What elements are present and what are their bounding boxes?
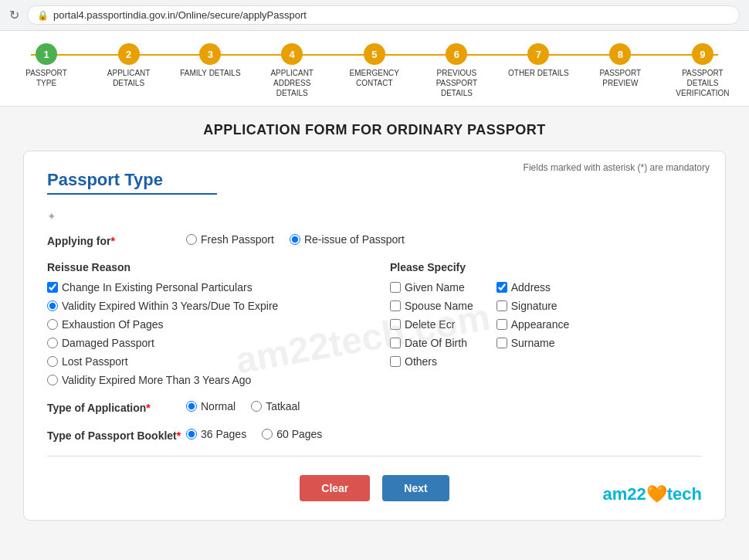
reissue-passport-radio[interactable] xyxy=(290,234,300,245)
step-6: 6 PREVIOUS PASSPORT DETAILS xyxy=(425,43,487,98)
reason-damaged[interactable]: Damaged Passport xyxy=(47,337,359,349)
step-circle-8: 8 xyxy=(609,43,631,65)
step-circle-9: 9 xyxy=(692,43,713,65)
applying-for-label: Applying for* xyxy=(47,233,186,247)
form-card: Fields marked with asterisk (*) are mand… xyxy=(23,151,726,521)
specify-others-cb[interactable] xyxy=(390,356,401,367)
60pages-radio[interactable] xyxy=(262,429,273,440)
reason-validity-3[interactable]: Validity Expired Within 3 Years/Due To E… xyxy=(47,300,359,312)
specify-delete-ecr[interactable]: Delete Ecr xyxy=(390,318,473,331)
specify-address-cb[interactable] xyxy=(497,282,507,293)
specify-surname-cb[interactable] xyxy=(497,338,507,348)
step-5: 5 EMERGENCY CONTACT xyxy=(344,43,405,88)
passport-booklet-row: Type of Passport Booklet* 36 Pages 60 Pa… xyxy=(47,428,702,442)
reason-exhaustion-radio[interactable] xyxy=(47,319,58,330)
step-label-2: APPLICANT DETAILS xyxy=(98,68,160,88)
reason-change-personal-cb[interactable] xyxy=(47,282,58,293)
step-circle-1: 1 xyxy=(36,43,57,65)
step-4: 4 APPLICANT ADDRESS DETAILS xyxy=(261,43,323,98)
36pages-option[interactable]: 36 Pages xyxy=(186,428,246,440)
url-bar[interactable]: 🔒 portal4.passportindia.gov.in/Online/se… xyxy=(27,5,740,25)
reason-damaged-radio[interactable] xyxy=(47,338,58,348)
step-9: 9 PASSPORT DETAILS VERIFICATION xyxy=(672,43,734,98)
60pages-option[interactable]: 60 Pages xyxy=(262,428,322,440)
url-text: portal4.passportindia.gov.in/Online/secu… xyxy=(53,9,307,21)
step-circle-7: 7 xyxy=(527,43,549,65)
reload-button[interactable]: ↻ xyxy=(9,8,19,22)
specify-delete-ecr-cb[interactable] xyxy=(390,319,401,330)
step-1: 1 PASSPORT TYPE xyxy=(15,43,77,88)
tatkaal-label: Tatkaal xyxy=(266,400,300,412)
reissue-passport-option[interactable]: Re-issue of Passport xyxy=(290,233,405,246)
step-label-7: OTHER DETAILS xyxy=(508,68,569,78)
specify-others-label: Others xyxy=(405,355,437,368)
applying-for-controls: Fresh Passport Re-issue of Passport xyxy=(186,233,702,246)
step-circle-6: 6 xyxy=(446,43,467,65)
tatkaal-radio[interactable] xyxy=(251,401,262,412)
passport-booklet-label: Type of Passport Booklet* xyxy=(47,428,186,442)
brand-heart: 🧡 xyxy=(646,484,667,504)
step-label-3: FAMILY DETAILS xyxy=(180,68,240,78)
step-label-4: APPLICANT ADDRESS DETAILS xyxy=(261,68,323,98)
reissue-reason-title: Reissue Reason xyxy=(47,261,359,273)
fresh-passport-radio[interactable] xyxy=(186,234,197,245)
main-content: APPLICATION FORM FOR ORDINARY PASSPORT F… xyxy=(0,107,749,560)
applying-for-row: Applying for* Fresh Passport Re-issue of… xyxy=(47,233,702,247)
reason-exhaustion[interactable]: Exhaustion Of Pages xyxy=(47,318,359,331)
brand-watermark: am22🧡tech xyxy=(602,484,702,504)
steps-row: 1 PASSPORT TYPE 2 APPLICANT DETAILS 3 FA… xyxy=(15,43,734,98)
fresh-passport-label: Fresh Passport xyxy=(201,233,274,246)
fresh-passport-option[interactable]: Fresh Passport xyxy=(186,233,274,246)
clear-button[interactable]: Clear xyxy=(300,475,370,501)
specify-given-name-cb[interactable] xyxy=(390,282,401,293)
divider xyxy=(47,456,702,456)
specify-given-name[interactable]: Given Name xyxy=(390,281,473,294)
reason-lost-radio[interactable] xyxy=(47,356,58,367)
next-button[interactable]: Next xyxy=(382,475,449,501)
specify-address[interactable]: Address xyxy=(497,281,570,294)
specify-appearance-cb[interactable] xyxy=(497,319,507,330)
specify-spouse-name-cb[interactable] xyxy=(390,300,401,311)
36pages-radio[interactable] xyxy=(186,429,197,440)
specify-signature-cb[interactable] xyxy=(497,300,507,311)
step-7: 7 OTHER DETAILS xyxy=(508,43,569,78)
reason-exhaustion-label: Exhaustion Of Pages xyxy=(62,318,164,331)
please-specify-section: Please Specify Given Name Spouse Name xyxy=(390,261,702,386)
please-specify-title: Please Specify xyxy=(390,261,702,273)
specify-spouse-name-label: Spouse Name xyxy=(405,300,473,312)
specify-dob-cb[interactable] xyxy=(390,338,401,348)
specify-dob-label: Date Of Birth xyxy=(405,337,467,349)
specify-given-name-label: Given Name xyxy=(405,281,465,294)
specify-col1: Given Name Spouse Name Delete Ecr xyxy=(390,281,473,368)
specify-signature[interactable]: Signature xyxy=(497,300,570,312)
reason-lost[interactable]: Lost Passport xyxy=(47,355,359,368)
reason-change-personal-label: Change In Existing Personal Particulars xyxy=(62,281,252,294)
reason-validity-more-radio[interactable] xyxy=(47,375,58,385)
reason-validity-3-radio[interactable] xyxy=(47,300,58,311)
reason-change-personal[interactable]: Change In Existing Personal Particulars xyxy=(47,281,359,294)
section-title-underline xyxy=(47,193,217,195)
specify-surname-label: Surname xyxy=(511,337,555,349)
step-label-5: EMERGENCY CONTACT xyxy=(344,68,405,88)
specify-spouse-name[interactable]: Spouse Name xyxy=(390,300,473,312)
specify-surname[interactable]: Surname xyxy=(497,337,570,349)
step-circle-5: 5 xyxy=(364,43,385,65)
tatkaal-option[interactable]: Tatkaal xyxy=(251,400,300,412)
type-application-label: Type of Application* xyxy=(47,400,186,414)
60pages-label: 60 Pages xyxy=(276,428,322,440)
normal-option[interactable]: Normal xyxy=(186,400,236,412)
browser-bar: ↻ 🔒 portal4.passportindia.gov.in/Online/… xyxy=(0,0,749,31)
specify-others[interactable]: Others xyxy=(390,355,473,368)
step-label-6: PREVIOUS PASSPORT DETAILS xyxy=(425,68,487,98)
progress-bar: 1 PASSPORT TYPE 2 APPLICANT DETAILS 3 FA… xyxy=(0,31,749,107)
type-application-controls: Normal Tatkaal xyxy=(186,400,702,412)
step-circle-2: 2 xyxy=(118,43,140,65)
specify-appearance[interactable]: Appearance xyxy=(497,318,570,331)
reason-damaged-label: Damaged Passport xyxy=(62,337,154,349)
type-application-row: Type of Application* Normal Tatkaal xyxy=(47,400,702,414)
passport-booklet-controls: 36 Pages 60 Pages xyxy=(186,428,702,440)
normal-radio[interactable] xyxy=(186,401,197,412)
step-label-1: PASSPORT TYPE xyxy=(15,68,77,88)
specify-dob[interactable]: Date Of Birth xyxy=(390,337,473,349)
reason-validity-more[interactable]: Validity Expired More Than 3 Years Ago xyxy=(47,374,359,386)
